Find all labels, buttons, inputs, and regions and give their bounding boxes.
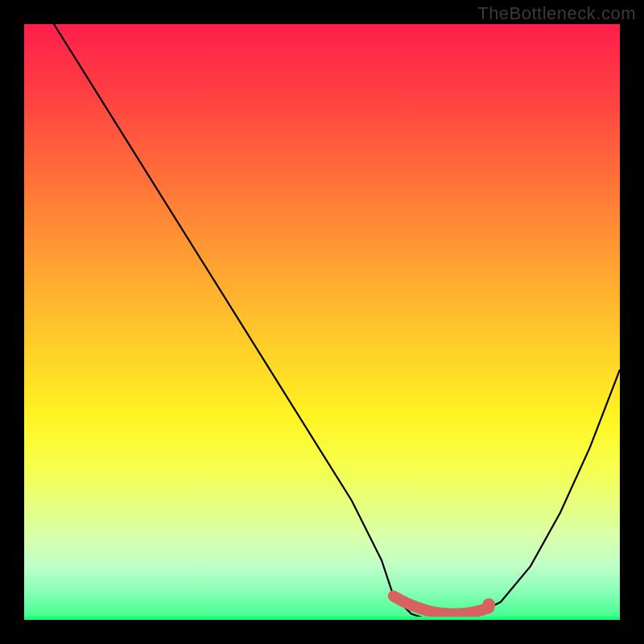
optimal-end-dot	[482, 598, 495, 611]
curve-layer	[24, 24, 620, 620]
plot-area	[24, 24, 620, 620]
watermark-text: TheBottleneck.com	[477, 3, 636, 24]
baseline-edge	[24, 617, 620, 620]
bottleneck-curve	[54, 24, 620, 620]
chart-frame: TheBottleneck.com	[0, 0, 644, 644]
